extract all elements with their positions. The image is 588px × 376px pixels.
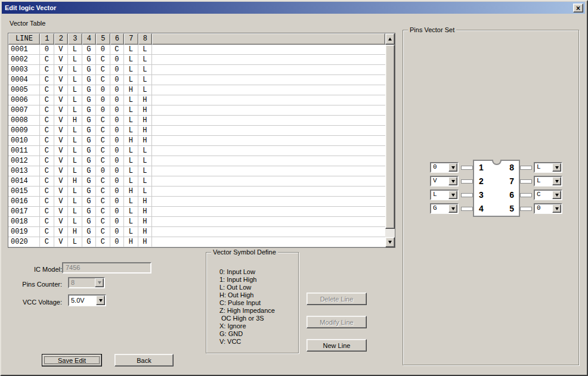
pin-value: 0 (537, 204, 552, 213)
vector-cell: V (54, 176, 69, 186)
chevron-down-icon (99, 299, 103, 302)
table-row[interactable]: 0020CVLGC0HH (8, 237, 385, 247)
close-button[interactable]: × (573, 4, 583, 13)
column-header-4[interactable]: 4 (82, 33, 97, 45)
row-filler (152, 126, 385, 135)
new-line-button[interactable]: New Line (307, 339, 367, 352)
dropdown-arrow-button[interactable] (96, 296, 105, 305)
pin-8-dropdown[interactable]: L (534, 162, 562, 173)
vertical-scrollbar[interactable] (385, 33, 395, 247)
table-row[interactable]: 0006CVLG00LH (8, 95, 385, 105)
vector-cell: L (124, 146, 138, 156)
dropdown-arrow-button[interactable] (552, 204, 561, 213)
column-header-3[interactable]: 3 (68, 33, 82, 45)
table-row[interactable]: 0013CVLG00LL (8, 166, 385, 176)
vector-cell: H (138, 105, 153, 115)
vector-cell: C (40, 217, 54, 226)
vector-cell: 0 (110, 136, 125, 145)
vector-cell: L (124, 55, 138, 64)
pin-7-dropdown[interactable]: L (534, 176, 562, 187)
delete-line-button[interactable]: Delete Line (307, 293, 367, 305)
table-row[interactable]: 0002CVLGC0LL (8, 55, 385, 65)
column-header-7[interactable]: 7 (124, 33, 138, 45)
dropdown-arrow-button[interactable] (552, 163, 561, 172)
scrollbar-thumb[interactable] (385, 45, 395, 229)
vector-cell: L (138, 176, 153, 186)
vcc-voltage-dropdown[interactable]: 5.0V (68, 294, 106, 306)
vector-cell: H (124, 237, 138, 247)
pin-5-dropdown[interactable]: 0 (534, 203, 562, 214)
vector-cell: V (54, 156, 69, 166)
pin-2-dropdown[interactable]: V (430, 176, 459, 187)
dropdown-arrow-button[interactable] (448, 163, 457, 172)
vector-cell: 0 (110, 217, 125, 226)
pin-1-dropdown[interactable]: 0 (430, 162, 459, 173)
pin-6-dropdown[interactable]: C (534, 189, 562, 200)
vector-cell: H (138, 197, 153, 206)
vector-cell: G (82, 146, 97, 156)
line-number-cell: 0005 (8, 85, 40, 95)
table-row[interactable]: 00010VLG0CLL (8, 45, 385, 55)
line-number-cell: 0006 (8, 95, 40, 105)
column-header-2[interactable]: 2 (54, 33, 69, 45)
chevron-down-icon (451, 194, 455, 197)
table-row[interactable]: 0010CVLGC0HH (8, 136, 385, 146)
arrow-down-icon (388, 241, 392, 244)
table-row[interactable]: 0016CVLGC0LH (8, 197, 385, 207)
chevron-down-icon (555, 207, 559, 210)
column-header-8[interactable]: 8 (138, 33, 153, 45)
vector-cell: C (40, 166, 54, 176)
scroll-down-button[interactable] (385, 237, 395, 247)
row-filler (152, 227, 385, 237)
table-row[interactable]: 0019CVHGC0LH (8, 227, 385, 237)
dropdown-arrow-button[interactable] (448, 204, 457, 213)
dropdown-arrow-button[interactable] (448, 191, 457, 199)
vector-cell: L (68, 136, 82, 145)
table-row[interactable]: 0012CVLGC0LL (8, 156, 385, 166)
table-row[interactable]: 0018CVLGC0LH (8, 217, 385, 227)
modify-line-button[interactable]: Modify Line (307, 316, 367, 328)
row-filler (152, 136, 385, 145)
column-header-6[interactable]: 6 (110, 33, 125, 45)
pin-4-dropdown[interactable]: G (430, 203, 459, 214)
row-filler (152, 55, 385, 64)
pin-3-dropdown[interactable]: L (430, 189, 459, 200)
vector-cell: L (124, 45, 138, 54)
table-row[interactable]: 0005CVLG00HL (8, 85, 385, 95)
pin-value: C (537, 191, 552, 199)
line-number-cell: 0007 (8, 105, 40, 115)
pin-number: 3 (479, 189, 484, 200)
column-header-5[interactable]: 5 (96, 33, 110, 45)
table-row[interactable]: 0011CVLGC0LL (8, 146, 385, 156)
table-row[interactable]: 0008CVHGC0LH (8, 116, 385, 126)
chevron-down-icon (555, 166, 559, 169)
scroll-up-button[interactable] (385, 33, 395, 45)
save-edit-button[interactable]: Save Edit (42, 354, 102, 366)
table-row[interactable]: 0009CVLGC0LH (8, 126, 385, 136)
vector-cell: 0 (110, 146, 125, 156)
arrow-up-icon (388, 38, 392, 41)
line-number-cell: 0001 (8, 45, 40, 54)
dropdown-arrow-button[interactable] (552, 191, 561, 199)
vector-cell: L (68, 146, 82, 156)
row-filler (152, 116, 385, 125)
pin-number: 2 (479, 176, 484, 187)
dropdown-arrow-button[interactable] (552, 177, 561, 185)
dropdown-arrow-button[interactable] (448, 177, 457, 185)
table-row[interactable]: 0003CVLGC0LL (8, 65, 385, 75)
pins-vector-set-group: Pins Vector Set 18273645 0LVLLCG0 (403, 30, 579, 365)
table-row[interactable]: 0007CVLG00LH (8, 105, 385, 116)
table-row[interactable]: 0014CVHGC0LL (8, 176, 385, 187)
vector-cell: H (138, 126, 153, 135)
back-button[interactable]: Back (114, 354, 174, 366)
dropdown-arrow-button[interactable] (95, 278, 104, 287)
column-header-1[interactable]: 1 (40, 33, 54, 45)
ic-model-input[interactable]: 7456 (62, 262, 151, 274)
table-row[interactable]: 0015CVLGC0HL (8, 187, 385, 197)
vector-cell: G (82, 136, 97, 145)
table-row[interactable]: 0017CVLGC0LH (8, 207, 385, 217)
pins-counter-dropdown[interactable]: 8 (68, 277, 105, 288)
table-row[interactable]: 0004CVLGC0LL (8, 75, 385, 85)
column-header-LINE[interactable]: LINE (8, 33, 40, 45)
vector-cell: 0 (40, 45, 54, 54)
